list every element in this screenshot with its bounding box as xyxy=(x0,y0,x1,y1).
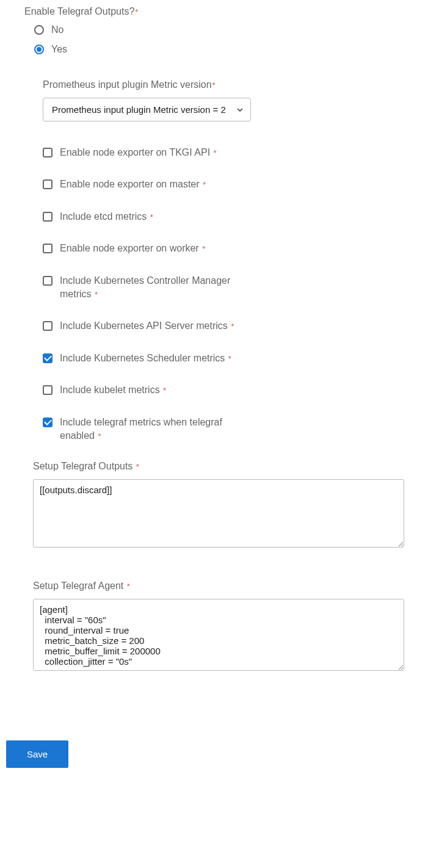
checkbox-label-controller-manager[interactable]: Include Kubernetes Controller Manager me… xyxy=(60,274,244,302)
checkbox-text: Include Kubernetes Scheduler metrics xyxy=(60,353,225,363)
required-asterisk: * xyxy=(127,582,130,591)
checkbox-text: Include telegraf metrics when telegraf e… xyxy=(60,417,222,441)
required-asterisk: * xyxy=(202,244,205,253)
radio-yes[interactable] xyxy=(34,45,44,54)
checkbox-row-node-worker: Enable node exporter on worker * xyxy=(43,242,244,255)
outputs-label-text: Setup Telegraf Outputs xyxy=(33,461,132,471)
checkbox-row-etcd: Include etcd metrics * xyxy=(43,210,244,223)
metric-version-group: Prometheus input plugin Metric version* … xyxy=(43,79,415,121)
checkbox-row-api-server: Include Kubernetes API Server metrics * xyxy=(43,319,244,333)
checkbox-text: Include Kubernetes API Server metrics xyxy=(60,320,228,331)
metric-version-label: Prometheus input plugin Metric version* xyxy=(43,79,415,90)
checkbox-row-telegraf-metrics: Include telegraf metrics when telegraf e… xyxy=(43,416,244,443)
enable-telegraf-group: Enable Telegraf Outputs?* No Yes xyxy=(24,6,415,55)
checkbox-label-node-worker[interactable]: Enable node exporter on worker * xyxy=(60,242,205,255)
radio-yes-label[interactable]: Yes xyxy=(51,44,67,55)
checkbox-label-node-api[interactable]: Enable node exporter on TKGI API * xyxy=(60,146,217,159)
radio-no-row: No xyxy=(34,24,415,35)
checkbox-text: Include etcd metrics xyxy=(60,211,147,222)
radio-yes-row: Yes xyxy=(34,44,415,55)
checkbox-scheduler[interactable] xyxy=(43,353,53,363)
metric-version-select[interactable]: Prometheus input plugin Metric version =… xyxy=(43,98,251,121)
enable-telegraf-label: Enable Telegraf Outputs?* xyxy=(24,6,415,17)
checkbox-api-server[interactable] xyxy=(43,321,53,331)
radio-no[interactable] xyxy=(34,25,44,35)
checkbox-node-exporter-worker[interactable] xyxy=(43,244,53,253)
agent-label-text: Setup Telegraf Agent xyxy=(33,580,123,591)
checkbox-kubelet[interactable] xyxy=(43,385,53,395)
checkbox-row-node-master: Enable node exporter on master * xyxy=(43,178,244,191)
agent-label: Setup Telegraf Agent * xyxy=(33,580,415,591)
checkbox-node-exporter-master[interactable] xyxy=(43,179,53,189)
checkbox-controller-manager[interactable] xyxy=(43,276,53,286)
required-asterisk: * xyxy=(212,81,216,90)
required-asterisk: * xyxy=(95,290,98,299)
outputs-textarea[interactable] xyxy=(33,479,404,548)
checkbox-label-etcd[interactable]: Include etcd metrics * xyxy=(60,210,153,223)
required-asterisk: * xyxy=(150,212,153,222)
checkbox-text: Include Kubernetes Controller Manager me… xyxy=(60,275,230,299)
checkbox-label-api-server[interactable]: Include Kubernetes API Server metrics * xyxy=(60,319,234,333)
required-asterisk: * xyxy=(135,7,138,16)
outputs-label: Setup Telegraf Outputs * xyxy=(33,461,415,472)
required-asterisk: * xyxy=(231,322,234,331)
checkbox-label-telegraf-metrics[interactable]: Include telegraf metrics when telegraf e… xyxy=(60,416,244,443)
checkbox-text: Include kubelet metrics xyxy=(60,385,160,395)
radio-no-label[interactable]: No xyxy=(51,24,63,35)
checkbox-text: Enable node exporter on TKGI API xyxy=(60,147,210,157)
checkbox-row-kubelet: Include kubelet metrics * xyxy=(43,383,244,397)
checkbox-label-scheduler[interactable]: Include Kubernetes Scheduler metrics * xyxy=(60,352,231,365)
checkbox-label-kubelet[interactable]: Include kubelet metrics * xyxy=(60,383,166,397)
checkbox-row-scheduler: Include Kubernetes Scheduler metrics * xyxy=(43,352,244,365)
required-asterisk: * xyxy=(163,386,166,395)
nested-config-section: Prometheus input plugin Metric version* … xyxy=(43,79,415,443)
outputs-section: Setup Telegraf Outputs * xyxy=(33,461,415,550)
save-button[interactable]: Save xyxy=(6,740,68,768)
required-asterisk: * xyxy=(98,432,101,441)
checkbox-text: Enable node exporter on worker xyxy=(60,243,199,253)
checkbox-telegraf-metrics[interactable] xyxy=(43,418,53,427)
required-asterisk: * xyxy=(136,462,139,471)
required-asterisk: * xyxy=(203,180,206,189)
metric-version-select-wrap: Prometheus input plugin Metric version =… xyxy=(43,98,251,121)
checkbox-node-exporter-api[interactable] xyxy=(43,148,53,157)
agent-textarea[interactable] xyxy=(33,599,404,671)
checkbox-label-node-master[interactable]: Enable node exporter on master * xyxy=(60,178,206,191)
checkbox-row-controller-manager: Include Kubernetes Controller Manager me… xyxy=(43,274,244,302)
agent-section: Setup Telegraf Agent * xyxy=(33,580,415,673)
metric-version-text: Prometheus input plugin Metric version xyxy=(43,79,212,90)
required-asterisk: * xyxy=(214,148,217,157)
enable-telegraf-text: Enable Telegraf Outputs? xyxy=(24,6,134,16)
checkbox-row-node-api: Enable node exporter on TKGI API * xyxy=(43,146,244,159)
checkbox-text: Enable node exporter on master xyxy=(60,179,200,189)
required-asterisk: * xyxy=(228,354,231,363)
checkbox-etcd-metrics[interactable] xyxy=(43,212,53,222)
